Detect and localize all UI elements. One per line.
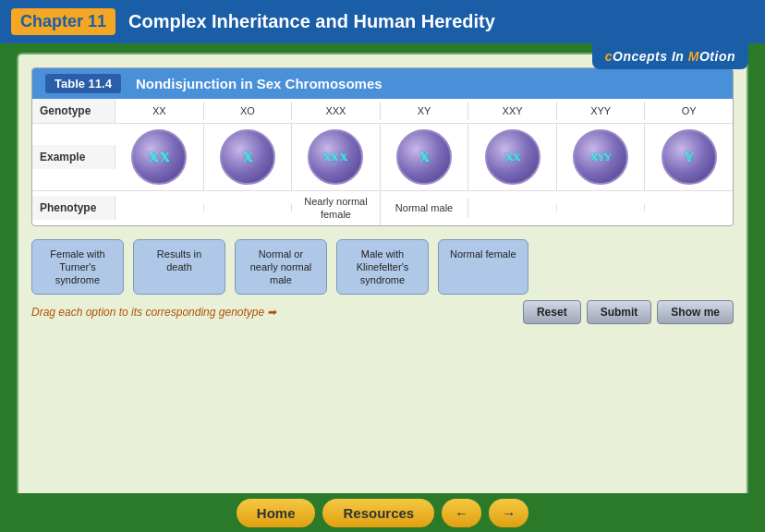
table-label: Table 11.4 [45,74,121,93]
example-cell-xxx: 𝕏𝕏𝕏 [292,124,381,190]
phenotype-cell-oy [645,204,733,212]
example-cell-oy: 𝕐 [645,124,733,190]
page-title: Complex Inheritance and Human Heredity [128,11,495,32]
example-cell-xxy: 𝕏𝕏 [468,124,557,190]
phenotype-cell-xx [115,204,204,212]
reset-button[interactable]: Reset [523,300,581,324]
drag-option-klinefelter[interactable]: Male with Klinefelter's syndrome [336,239,429,296]
bottom-row: Drag each option to its corresponding ge… [31,300,734,324]
drag-options-container: Female with Turner's syndrome Results in… [31,239,734,296]
table-header: Table 11.4 Nondisjunction in Sex Chromos… [32,68,733,99]
action-buttons: Reset Submit Show me [523,300,734,324]
example-cell-xy: 𝕏 [381,124,469,190]
resources-button[interactable]: Resources [322,499,434,527]
main-content: Table 11.4 Nondisjunction in Sex Chromos… [17,53,748,505]
genotype-cell-xyy: XYY [557,102,646,120]
genotype-cell-oy: OY [645,102,733,120]
genotype-row: Genotype XX XO XXX XY XXY XYY OY [32,99,733,124]
home-button[interactable]: Home [237,499,316,527]
genotype-row-label: Genotype [32,99,115,123]
phenotype-cell-xxx: Nearly normal female [292,191,381,225]
phenotype-cell-xy: Normal male [381,198,469,218]
submit-button[interactable]: Submit [587,300,652,324]
footer-nav: Home Resources ← → [0,493,765,532]
chromosome-bubble-xx: 𝕏𝕏 [131,129,187,185]
genotype-cell-xxx: XXX [292,102,381,120]
table-body: Genotype XX XO XXX XY XXY XYY OY Example… [32,99,733,225]
logo-area: cOncepts In MOtion [592,43,748,69]
forward-arrow-button[interactable]: → [489,499,528,527]
chromosome-bubble-xo: 𝕏 [220,129,275,185]
phenotype-cell-xxy [468,204,557,212]
phenotype-text-xxx: Nearly normal female [294,195,378,222]
phenotype-cell-xyy [557,204,646,212]
phenotype-text-xy: Normal male [395,201,453,214]
chromosome-bubble-xxx: 𝕏𝕏𝕏 [308,129,363,185]
data-table: Table 11.4 Nondisjunction in Sex Chromos… [31,67,734,226]
phenotype-cell-xo [204,204,293,212]
drag-instruction: Drag each option to its corresponding ge… [31,306,277,319]
table-title: Nondisjunction in Sex Chromosomes [136,76,382,91]
phenotype-row-label: Phenotype [32,196,115,220]
chromosome-bubble-xy: 𝕏 [396,129,452,185]
drag-option-normal-female[interactable]: Normal female [438,239,528,296]
chapter-badge: Chapter 11 [11,8,115,35]
example-row-label: Example [32,145,115,169]
chromosome-bubble-xxy: 𝕏𝕏 [485,129,540,185]
example-row: Example 𝕏𝕏 𝕏 𝕏𝕏𝕏 [32,124,733,191]
example-cell-xo: 𝕏 [204,124,293,190]
chromosome-bubble-xyy: 𝕏𝕐𝕐 [573,129,628,185]
back-arrow-button[interactable]: ← [442,499,481,527]
phenotype-row: Phenotype Nearly normal female Normal ma… [32,191,733,225]
drag-option-normal-male[interactable]: Normal or nearly normal male [235,239,327,296]
page-header: Chapter 11 Complex Inheritance and Human… [0,0,765,43]
drag-option-death[interactable]: Results in death [133,239,225,296]
genotype-cell-xy: XY [381,102,469,120]
genotype-cell-xo: XO [204,102,293,120]
show-me-button[interactable]: Show me [657,300,734,324]
example-cell-xyy: 𝕏𝕐𝕐 [557,124,646,190]
chromosome-bubble-oy: 𝕐 [662,129,717,185]
logo-text: cOncepts In MOtion [605,49,735,64]
genotype-cell-xx: XX [115,102,204,120]
genotype-cell-xxy: XXY [468,102,557,120]
drag-option-turner[interactable]: Female with Turner's syndrome [31,239,124,296]
example-cell-xx: 𝕏𝕏 [115,124,204,190]
